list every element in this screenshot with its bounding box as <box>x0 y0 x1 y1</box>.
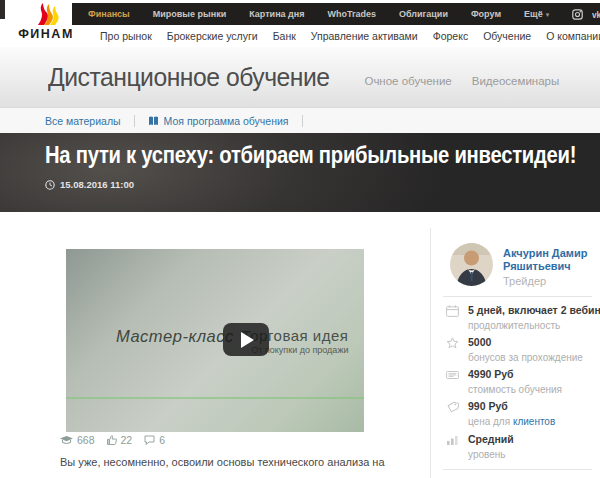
svg-text:vk: vk <box>592 10 600 19</box>
author-role: Трейдер <box>503 275 546 287</box>
price-tag-icon <box>446 401 459 413</box>
likes-count[interactable]: 22 <box>107 434 133 446</box>
calendar-icon <box>446 305 459 317</box>
main-nav-company[interactable]: О компании <box>546 30 600 42</box>
clock-icon <box>45 180 55 190</box>
spec-level: Средний уровень <box>446 433 514 460</box>
sub-nav: Все материалы Моя программа обучения <box>0 108 600 133</box>
video-player[interactable]: Мастер-класс Торговая идея От покупки до… <box>66 249 364 432</box>
play-icon <box>241 332 254 348</box>
instagram-icon[interactable] <box>572 9 583 20</box>
divider <box>443 296 592 297</box>
divider <box>443 469 592 470</box>
topbar-right: vk f Регистрация <box>572 9 600 20</box>
article-intro-text: Вы уже, несомненно, освоили основы техни… <box>60 456 430 468</box>
sidebar-divider <box>430 228 431 478</box>
main-nav: Про рынок Брокерские услуги Банк Управле… <box>72 25 600 47</box>
main-nav-asset-management[interactable]: Управление активами <box>311 30 418 42</box>
article-datetime: 15.08.2016 11:00 <box>45 179 134 190</box>
main-nav-broker-services[interactable]: Брокерские услуги <box>167 30 258 42</box>
finam-logo-text: ФИНАМ <box>18 27 74 41</box>
author-name-link[interactable]: Акчурин Дамир Ряшитьевич <box>503 247 595 273</box>
page-title: Дистанционное обучение <box>48 62 330 93</box>
author-photo <box>450 243 493 286</box>
top-nav: Финансы Мировые рынки Картина дня WhoTra… <box>72 3 600 25</box>
top-nav-finances[interactable]: Финансы <box>88 9 130 19</box>
divider <box>134 115 135 127</box>
spec-client-price: 990 Руб цена для клиентов <box>446 400 555 427</box>
article-stats: 668 22 6 <box>60 434 165 446</box>
main-nav-about-market[interactable]: Про рынок <box>100 30 152 42</box>
spec-bonuses: 5000 бонусов за прохождение <box>446 336 583 363</box>
screen-edge-artifact <box>0 0 5 19</box>
article-title: На пути к успеху: отбираем прибыльные ин… <box>45 142 576 169</box>
clients-link[interactable]: клиентов <box>513 416 555 427</box>
subnav-all-materials[interactable]: Все материалы <box>45 115 121 127</box>
video-overlay-masterclass: Мастер-класс <box>116 327 234 346</box>
main-nav-forex[interactable]: Форекс <box>433 30 468 42</box>
vk-icon[interactable]: vk <box>592 9 600 20</box>
spec-duration: 5 дней, включает 2 вебинара продолжитель… <box>446 304 600 331</box>
video-frame-detail <box>66 397 364 399</box>
top-nav-bonds[interactable]: Облигации <box>399 9 448 19</box>
avatar[interactable] <box>450 243 493 286</box>
chevron-down-icon: ▾ <box>546 11 550 18</box>
comment-icon <box>144 435 155 445</box>
main-nav-bank[interactable]: Банк <box>273 30 296 42</box>
views-icon <box>60 436 73 445</box>
link-in-person-training[interactable]: Очное обучение <box>364 75 451 87</box>
top-nav-more[interactable]: Ещё▾ <box>524 9 549 19</box>
divider <box>302 115 303 127</box>
play-button[interactable] <box>223 323 269 356</box>
top-nav-daily-picture[interactable]: Картина дня <box>249 9 304 19</box>
finam-logo[interactable]: ФИНАМ <box>18 3 74 45</box>
comments-count[interactable]: 6 <box>144 434 165 446</box>
banknote-icon <box>446 369 459 381</box>
views-count: 668 <box>60 434 95 446</box>
star-icon <box>446 337 459 349</box>
spec-cost: 4990 Руб стоимость обучения <box>446 368 562 395</box>
book-icon <box>148 116 159 126</box>
top-nav-forum[interactable]: Форум <box>471 9 501 19</box>
main-nav-education[interactable]: Обучение <box>483 30 531 42</box>
thumbs-up-icon <box>107 435 117 445</box>
top-nav-whotrades[interactable]: WhoTrades <box>327 9 376 19</box>
page-header: Дистанционное обучение Очное обучение Ви… <box>0 47 600 108</box>
top-nav-world-markets[interactable]: Мировые рынки <box>153 9 226 19</box>
subnav-my-program[interactable]: Моя программа обучения <box>148 115 289 127</box>
link-video-seminars[interactable]: Видеосеминары <box>472 75 559 87</box>
page: ФИНАМ Финансы Мировые рынки Картина дня … <box>0 0 600 478</box>
hero-banner: На пути к успеху: отбираем прибыльные ин… <box>0 133 600 212</box>
finam-flame-icon <box>31 3 61 26</box>
level-bars-icon <box>446 434 459 446</box>
